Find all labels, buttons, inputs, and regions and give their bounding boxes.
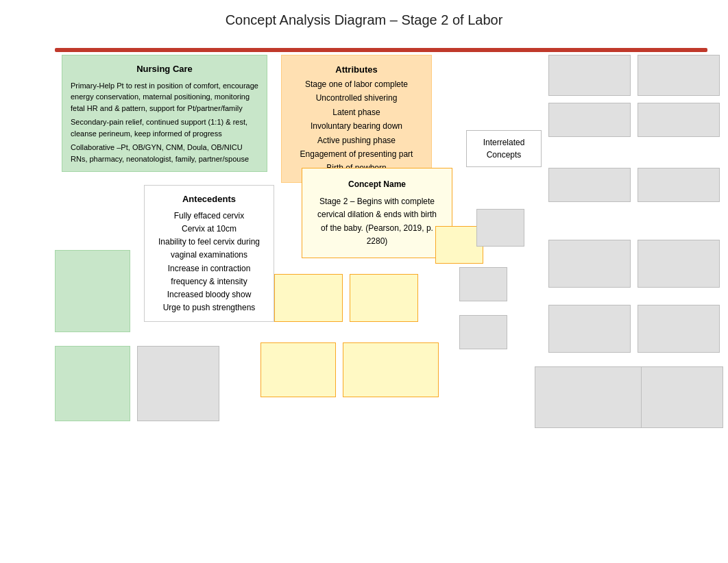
attributes-item-5: Active pushing phase — [290, 134, 423, 147]
right-box-11 — [535, 366, 658, 428]
mid-area-box-3 — [459, 315, 507, 349]
yellow-box-3 — [350, 274, 418, 322]
antecedents-item-6: Urge to push strengthens — [153, 301, 265, 314]
yellow-box-5 — [343, 342, 439, 397]
attributes-title: Attributes — [290, 62, 423, 77]
concept-name-title: Concept Name — [313, 178, 441, 191]
attributes-box: Attributes Stage one of labor complete U… — [281, 55, 432, 183]
right-box-10 — [638, 305, 720, 353]
mid-area-box-2 — [459, 267, 507, 301]
right-box-4 — [638, 103, 720, 137]
concept-name-description: Stage 2 – Begins with complete cervical … — [313, 195, 441, 248]
attributes-item-6: Engagement of presenting part — [290, 147, 423, 161]
green-box-1 — [55, 250, 130, 332]
antecedents-box: Antecedents Fully effaced cervix Cervix … — [144, 185, 274, 322]
attributes-item-3: Latent phase — [290, 105, 423, 119]
antecedents-item-1: Fully effaced cervix — [153, 210, 265, 223]
right-box-7 — [548, 240, 631, 288]
antecedents-title: Antecedents — [153, 192, 265, 207]
interrelated-title: Interrelated Concepts — [471, 136, 537, 161]
antecedents-item-2: Cervix at 10cm — [153, 223, 265, 236]
nursing-care-item-2: Secondary-pain relief, continued support… — [71, 116, 258, 139]
page-title: Concept Analysis Diagram – Stage 2 of La… — [0, 0, 728, 35]
diagram-area: Nursing Care Primary-Help Pt to rest in … — [55, 48, 707, 508]
right-box-12 — [641, 366, 723, 428]
right-box-9 — [548, 305, 631, 353]
mid-gray-box-1 — [137, 346, 219, 421]
right-box-6 — [638, 168, 720, 202]
antecedents-item-4: Increase in contraction frequency & inte… — [153, 262, 265, 288]
attributes-item-2: Uncontrolled shivering — [290, 91, 423, 105]
right-box-2 — [638, 55, 720, 96]
concept-name-box: Concept Name Stage 2 – Begins with compl… — [302, 168, 452, 258]
attributes-item-1: Stage one of labor complete — [290, 77, 423, 91]
nursing-care-content: Primary-Help Pt to rest in position of c… — [71, 80, 258, 165]
attributes-item-4: Involuntary bearing down — [290, 119, 423, 133]
nursing-care-title: Nursing Care — [71, 62, 258, 76]
interrelated-box: Interrelated Concepts — [466, 130, 542, 167]
antecedents-item-5: Increased bloody show — [153, 288, 265, 301]
right-box-8 — [638, 240, 720, 288]
right-box-1 — [548, 55, 631, 96]
nursing-care-item-1: Primary-Help Pt to rest in position of c… — [71, 80, 258, 114]
antecedents-item-3: Inability to feel cervix during vaginal … — [153, 236, 265, 262]
right-box-5 — [548, 168, 631, 202]
green-box-2 — [55, 346, 130, 421]
yellow-box-4 — [260, 342, 336, 397]
nursing-care-item-3: Collaborative –Pt, OB/GYN, CNM, Doula, O… — [71, 142, 258, 164]
mid-area-box-1 — [476, 209, 524, 247]
nursing-care-box: Nursing Care Primary-Help Pt to rest in … — [62, 55, 267, 172]
yellow-box-2 — [274, 274, 343, 322]
top-border — [55, 48, 707, 52]
right-box-3 — [548, 103, 631, 137]
